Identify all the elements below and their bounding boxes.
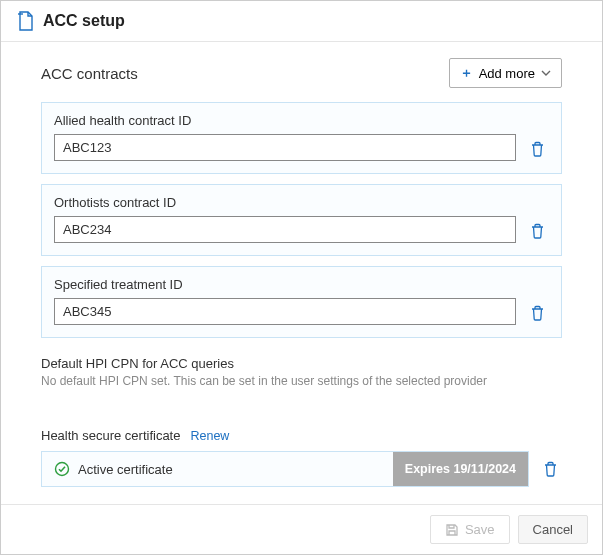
hpi-label: Default HPI CPN for ACC queries xyxy=(41,356,562,371)
dialog-footer: Save Cancel xyxy=(1,504,602,554)
contract-card: Specified treatment ID xyxy=(41,266,562,338)
contract-label: Allied health contract ID xyxy=(54,113,516,128)
certificate-status-box: Active certificate Expires 19/11/2024 xyxy=(41,451,529,487)
contract-card: Orthotists contract ID xyxy=(41,184,562,256)
content-area: ACC contracts ＋ Add more Allied health c… xyxy=(1,42,602,504)
plus-icon: ＋ xyxy=(460,64,473,82)
save-label: Save xyxy=(465,522,495,537)
certificate-header: Health secure certificate Renew xyxy=(41,428,562,443)
contract-label: Specified treatment ID xyxy=(54,277,516,292)
add-more-button[interactable]: ＋ Add more xyxy=(449,58,562,88)
delete-certificate-button[interactable] xyxy=(539,451,562,487)
dialog-title: ACC setup xyxy=(43,12,125,30)
cancel-label: Cancel xyxy=(533,522,573,537)
hpi-section: Default HPI CPN for ACC queries No defau… xyxy=(41,356,562,388)
dialog-header: ACC setup xyxy=(1,1,602,41)
contract-id-input[interactable] xyxy=(54,134,516,161)
certificate-expiry-badge: Expires 19/11/2024 xyxy=(393,452,528,486)
document-icon xyxy=(17,11,35,31)
trash-icon xyxy=(530,223,545,239)
certificate-status-text: Active certificate xyxy=(78,462,173,477)
delete-contract-button[interactable] xyxy=(526,301,549,325)
contracts-section-header: ACC contracts ＋ Add more xyxy=(41,58,562,88)
chevron-down-icon xyxy=(541,70,551,76)
hpi-helper-text: No default HPI CPN set. This can be set … xyxy=(41,374,562,388)
trash-icon xyxy=(543,461,558,477)
trash-icon xyxy=(530,305,545,321)
contract-card: Allied health contract ID xyxy=(41,102,562,174)
save-button[interactable]: Save xyxy=(430,515,510,544)
trash-icon xyxy=(530,141,545,157)
delete-contract-button[interactable] xyxy=(526,137,549,161)
add-more-label: Add more xyxy=(479,66,535,81)
delete-contract-button[interactable] xyxy=(526,219,549,243)
contract-id-input[interactable] xyxy=(54,216,516,243)
check-circle-icon xyxy=(54,461,70,477)
cancel-button[interactable]: Cancel xyxy=(518,515,588,544)
save-icon xyxy=(445,523,459,537)
contract-label: Orthotists contract ID xyxy=(54,195,516,210)
renew-link[interactable]: Renew xyxy=(190,429,229,443)
contracts-title: ACC contracts xyxy=(41,65,138,82)
contract-id-input[interactable] xyxy=(54,298,516,325)
certificate-label: Health secure certificate xyxy=(41,428,180,443)
